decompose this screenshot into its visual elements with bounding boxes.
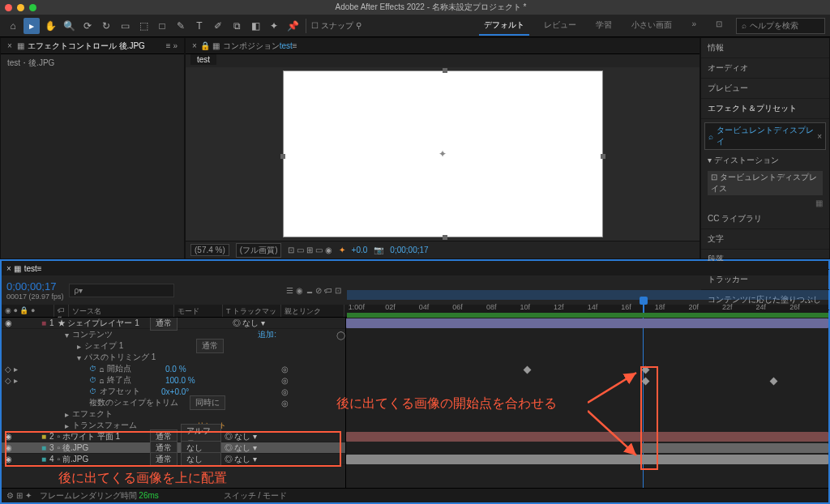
viewer-timecode[interactable]: 0;00;00;17 — [390, 246, 428, 254]
home-icon[interactable]: ⌂ — [5, 18, 21, 34]
timeline-header-icons[interactable]: ☰ ◉ 🗕 ⊘ 🏷 ⊡ — [286, 286, 341, 295]
zoom-dropdown[interactable]: (57.4 %) — [190, 244, 229, 256]
cc-libraries-panel[interactable]: CC ライブラリ — [701, 209, 829, 229]
info-panel[interactable]: 情報 — [701, 38, 829, 58]
timeline-tabbar[interactable]: × ▦ test ≡ — [2, 261, 828, 275]
help-search-placeholder: ヘルプを検索 — [750, 20, 798, 32]
effects-footer-icon[interactable]: ▦ — [701, 197, 829, 209]
main-toolbar: ⌂ ▸ ✋ 🔍 ⟳ ↻ ▭ ⬚ □ ✎ T ✐ ⧉ ◧ ✦ 📌 ☐ スナップ ⚲… — [0, 15, 830, 37]
timeline-tracks[interactable]: 後に出てくる画像の開始点を合わせる — [346, 318, 828, 488]
timeline-panel: × ▦ test ≡ 0;00;00;17 00017 (29.97 fps) … — [0, 259, 830, 504]
pan-behind-tool-icon[interactable]: ⬚ — [135, 18, 152, 34]
stopwatch-icon[interactable]: ⏱ — [89, 376, 96, 384]
current-timecode[interactable]: 0;00;00;17 — [6, 280, 64, 293]
effect-search-value: タービュレントディスプレイ — [717, 125, 814, 147]
viewer-fx-icon[interactable]: ✦ — [339, 246, 345, 254]
footer-icons[interactable]: ⚙ ⊞ ✦ — [6, 491, 32, 500]
ec-tab-label: エフェクトコントロール 後.JPG — [28, 41, 145, 52]
zoom-tool-icon[interactable]: 🔍 — [61, 18, 77, 34]
character-panel[interactable]: 文字 — [701, 229, 829, 250]
quality-dropdown[interactable]: (フル画質) — [236, 243, 282, 258]
workspace-tabs[interactable]: デフォルト レビュー 学習 小さい画面 » ⊡ — [479, 16, 727, 36]
frame-fps: 00017 (29.97 fps) — [6, 293, 64, 301]
preview-panel[interactable]: プレビュー — [701, 79, 829, 99]
track-bar-solid[interactable] — [346, 432, 828, 442]
viewer-footer: (57.4 %) (フル画質) ⊡ ▭ ⊞ ▭ ◉ ✦ +0.0 📷 0;00;… — [186, 241, 700, 258]
timeline-body: ◉■ 1 ★ シェイプレイヤー 1 通常 ◎ なし ▾ ▾ コンテンツ追加: ◯… — [2, 318, 828, 488]
viewer-icon[interactable]: ⊡ ▭ ⊞ ▭ ◉ — [288, 246, 332, 254]
puppet-tool-icon[interactable]: 📌 — [285, 18, 301, 34]
effect-controls-panel: × ▦ エフェクトコントロール 後.JPG ≡ » test・後.JPG — [0, 37, 185, 259]
switch-mode-toggle[interactable]: スイッチ / モード — [224, 490, 287, 502]
comp-tab-prefix: コンポジション — [223, 41, 280, 52]
ws-review[interactable]: レビュー — [539, 16, 581, 36]
orbit-tool-icon[interactable]: ⟳ — [79, 18, 96, 34]
timeline-search[interactable]: ρ▾ — [69, 284, 174, 297]
ws-small[interactable]: 小さい画面 — [627, 16, 677, 36]
camera-tool-icon[interactable]: ▭ — [117, 18, 133, 34]
layer-list: ◉■ 1 ★ シェイプレイヤー 1 通常 ◎ なし ▾ ▾ コンテンツ追加: ◯… — [2, 318, 346, 488]
layer-row[interactable]: ◉■4▫ 前.JPG通常なし◎ なし ▾ — [2, 454, 345, 465]
help-search[interactable]: ⌕ ヘルプを検索 — [736, 18, 825, 34]
layer-row[interactable]: ◉■ 1 ★ シェイプレイヤー 1 通常 ◎ なし ▾ — [2, 318, 345, 329]
stopwatch-icon[interactable]: ⏱ — [89, 365, 96, 373]
main-row: × ▦ エフェクトコントロール 後.JPG ≡ » test・後.JPG × 🔒… — [0, 37, 830, 259]
search-icon: ⌕ — [742, 21, 747, 30]
add-button[interactable]: 追加: — [258, 329, 276, 340]
minimize-icon[interactable] — [17, 4, 24, 11]
anchor-icon: ✦ — [439, 148, 447, 160]
hand-tool-icon[interactable]: ✋ — [42, 18, 58, 34]
ws-more-icon[interactable]: » — [687, 16, 701, 36]
close-icon[interactable] — [5, 4, 12, 11]
selection-tool-icon[interactable]: ▸ — [24, 18, 40, 34]
snap-label: スナップ — [321, 20, 353, 32]
titlebar: Adobe After Effects 2022 - 名称未設定プロジェクト * — [0, 0, 830, 15]
svg-line-0 — [588, 373, 636, 403]
clone-tool-icon[interactable]: ⧉ — [229, 18, 245, 34]
comp-inner-tab[interactable]: test — [190, 54, 216, 65]
timeline-footer: ⚙ ⊞ ✦ フレームレンダリング時間 26ms スイッチ / モード — [2, 488, 828, 502]
separator — [306, 19, 306, 33]
shape-tool-icon[interactable]: □ — [154, 18, 170, 34]
keyframe-icon[interactable] — [524, 366, 532, 374]
pen-tool-icon[interactable]: ✎ — [173, 18, 189, 34]
render-time-label: フレームレンダリング時間 — [40, 491, 139, 500]
right-panel-stack: 情報 オーディオ プレビュー エフェクト＆プリセット ⌕タービュレントディスプレ… — [700, 37, 830, 259]
snap-checkbox[interactable]: ☐ スナップ ⚲ — [311, 20, 362, 32]
effect-category[interactable]: ▾ ディストーション — [701, 153, 829, 168]
comp-tab-name: test — [280, 41, 293, 50]
composition-tab[interactable]: × 🔒 ▦ コンポジション test ≡ — [186, 38, 700, 54]
track-bar-front[interactable] — [346, 455, 828, 464]
render-time-value: 26ms — [139, 491, 158, 500]
effects-presets-panel[interactable]: エフェクト＆プリセット — [701, 99, 829, 119]
annotation-right: 後に出てくる画像の開始点を合わせる — [336, 395, 557, 412]
composition-panel: × 🔒 ▦ コンポジション test ≡ test ✦ (57.4 %) (フル… — [185, 37, 700, 259]
window-controls[interactable] — [5, 4, 36, 11]
composition-viewer[interactable]: ✦ — [186, 67, 700, 241]
canvas[interactable]: ✦ — [283, 70, 603, 237]
effect-controls-tab[interactable]: × ▦ エフェクトコントロール 後.JPG ≡ » — [1, 38, 184, 54]
brush-tool-icon[interactable]: ✐ — [210, 18, 226, 34]
ws-expand-icon[interactable]: ⊡ — [711, 16, 727, 36]
effect-item[interactable]: ⊡ タービュレントディスプレイス — [708, 171, 823, 195]
effect-search[interactable]: ⌕タービュレントディスプレイ× — [704, 122, 826, 150]
eraser-tool-icon[interactable]: ◧ — [247, 18, 263, 34]
keyframe-icon[interactable] — [769, 378, 777, 386]
type-tool-icon[interactable]: T — [191, 18, 208, 34]
rotate-tool-icon[interactable]: ↻ — [98, 18, 114, 34]
timeline-tab[interactable]: test — [24, 264, 37, 273]
exposure-value[interactable]: +0.0 — [352, 246, 368, 254]
track-bar-back[interactable] — [640, 443, 828, 453]
ws-learn[interactable]: 学習 — [591, 16, 617, 36]
roto-tool-icon[interactable]: ✦ — [266, 18, 282, 34]
snapshot-icon[interactable]: 📷 — [374, 246, 383, 254]
track-bar-shape[interactable] — [346, 318, 828, 328]
audio-panel[interactable]: オーディオ — [701, 58, 829, 79]
search-icon: ⌕ — [708, 132, 713, 141]
timeline-header: 0;00;00;17 00017 (29.97 fps) ρ▾ ☰ ◉ 🗕 ⊘ … — [2, 275, 828, 305]
ec-breadcrumb: test・後.JPG — [1, 54, 184, 72]
maximize-icon[interactable] — [29, 4, 36, 11]
ws-default[interactable]: デフォルト — [479, 16, 529, 36]
app-title: Adobe After Effects 2022 - 名称未設定プロジェクト * — [36, 2, 825, 13]
